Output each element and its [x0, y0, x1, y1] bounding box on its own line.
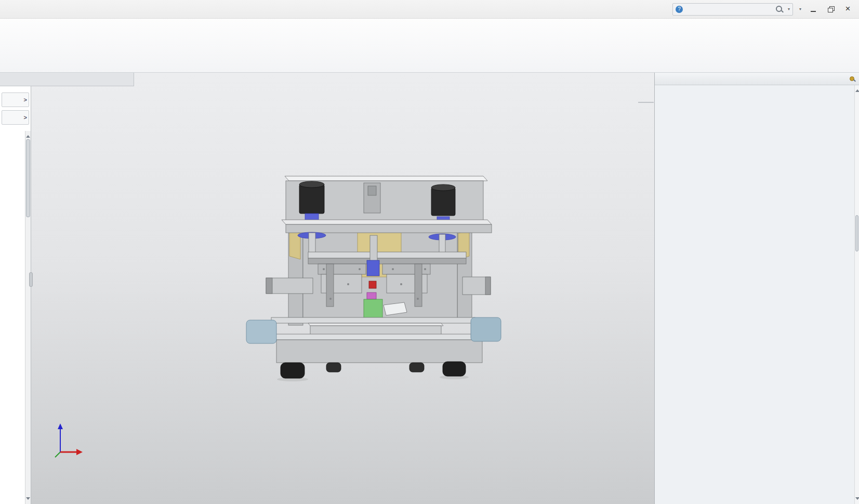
dropdown-caret-icon[interactable]: ▾: [788, 7, 790, 11]
restore-icon: [827, 5, 835, 14]
main-content: > >: [0, 73, 859, 504]
titlebar-right: ▾ ▾: [672, 3, 859, 16]
feature-manager-panel: > >: [0, 86, 31, 504]
feature-tree-scrollbar[interactable]: [25, 131, 31, 504]
scrollbar-thumb[interactable]: [855, 215, 858, 251]
feature-tree-items: [1, 132, 24, 504]
scrollbar-thumb[interactable]: [26, 139, 30, 217]
solidworks-window: ▾ ▾: [0, 0, 859, 504]
taskpane-scrollbar[interactable]: [854, 85, 859, 504]
expand-arrow-icon[interactable]: >: [24, 114, 27, 121]
scroll-down-icon[interactable]: [25, 497, 31, 504]
panel-splitter-handle[interactable]: [29, 272, 33, 287]
minimize-button[interactable]: [807, 4, 821, 15]
command-manager-ribbon: [0, 19, 859, 73]
restore-button[interactable]: [824, 4, 838, 15]
tree-rollout[interactable]: >: [2, 92, 29, 107]
ribbon-buttons: [0, 19, 859, 72]
task-pane: [654, 73, 859, 504]
close-button[interactable]: [841, 4, 855, 15]
tree-rollouts: > >: [0, 86, 31, 125]
expand-arrow-icon[interactable]: >: [24, 97, 27, 103]
close-icon: [844, 5, 852, 14]
pin-taskpane-icon[interactable]: [849, 75, 856, 83]
model-3d-view[interactable]: [239, 169, 509, 387]
search-help-icon: [676, 6, 683, 13]
taskpane-header: [655, 73, 859, 85]
taskpane-side-tabs: [638, 102, 654, 103]
help-search-box[interactable]: ▾: [672, 3, 793, 16]
commandmanager-tabs: [0, 73, 134, 86]
help-button[interactable]: ▾: [796, 6, 803, 12]
graphics-area[interactable]: [31, 73, 654, 504]
title-bar: ▾ ▾: [0, 0, 859, 19]
tree-rollout[interactable]: >: [2, 110, 29, 125]
scroll-up-icon[interactable]: [855, 85, 859, 92]
taskpane-body: [655, 85, 854, 504]
minimize-icon: [810, 5, 818, 14]
scroll-up-icon[interactable]: [25, 131, 31, 138]
dropdown-caret-icon[interactable]: ▾: [799, 7, 801, 11]
scroll-down-icon[interactable]: [855, 497, 859, 504]
assembly-model[interactable]: [239, 169, 509, 387]
search-icon[interactable]: [775, 5, 784, 14]
orientation-triad: [51, 420, 92, 464]
